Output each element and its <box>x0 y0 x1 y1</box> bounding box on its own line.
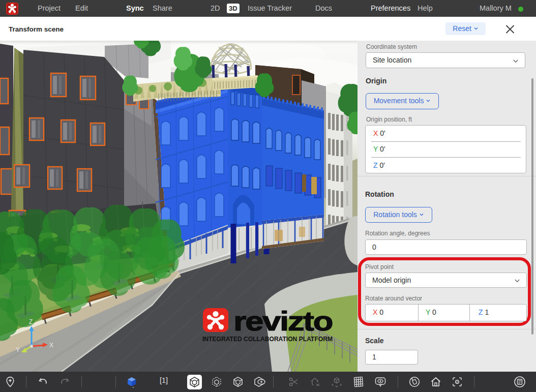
svg-text:INTEGRATED COLLABORATION PLATF: INTEGRATED COLLABORATION PLATFORM <box>202 336 333 343</box>
svg-text:Y: Y <box>16 346 20 353</box>
svg-text:revizto: revizto <box>233 306 333 336</box>
svg-text:Z: Z <box>29 318 33 325</box>
svg-text:X: X <box>49 342 53 349</box>
